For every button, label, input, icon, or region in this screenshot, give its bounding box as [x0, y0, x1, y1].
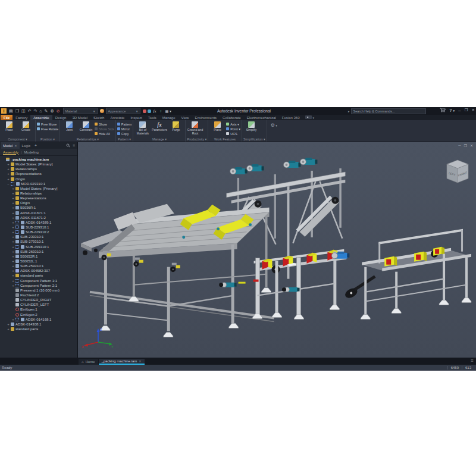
halt-icon[interactable]: ⊘	[57, 109, 60, 113]
ribbon-group-label-simplification[interactable]: Simplification ▾	[243, 137, 265, 142]
ribbon-group-label-component[interactable]: Component ▾	[1, 137, 34, 142]
tree-node-50036r-1[interactable]: +50036R:1	[0, 205, 77, 210]
tree-node-representations[interactable]: +Representations	[0, 196, 77, 201]
tree-node-model-states-primary[interactable]: +Model States: [Primary]	[0, 186, 77, 191]
tree-node-einf-gen-2[interactable]: Einfügen:2	[0, 312, 77, 317]
tree-node-500652l-1[interactable]: +500652L:1	[0, 259, 77, 264]
cart-icon[interactable]	[440, 108, 446, 112]
close-icon[interactable]: ✕	[139, 359, 141, 363]
ribbon-tab-environments[interactable]: Environments	[192, 115, 220, 120]
document-tab-packing-machine-iam[interactable]: _packing machine.iam✕	[99, 359, 145, 365]
doc-restore-button[interactable]: ❐	[464, 143, 467, 148]
ribbon-button-mirror[interactable]: Mirror	[117, 127, 132, 131]
ribbon-button-bill-of-materials[interactable]: Bill of Materials	[134, 120, 151, 137]
expander-icon[interactable]: +	[11, 206, 15, 209]
undo-icon[interactable]: ↶	[28, 109, 32, 113]
tree-node-model-states-primary[interactable]: +Model States: [Primary]	[0, 162, 77, 167]
expander-icon[interactable]: +	[11, 284, 15, 287]
panel-tab-logic[interactable]: Logic	[20, 142, 33, 149]
tree-node-component-pattern-1-1[interactable]: +Component Pattern 1:1	[0, 278, 77, 283]
tree-node-relationships[interactable]: +Relationships	[0, 191, 77, 196]
expander-icon[interactable]: +	[11, 318, 15, 321]
tree-node-adsk-004582-307[interactable]: +ADSK-004582:307	[0, 268, 77, 273]
ribbon-tab-fusion-360[interactable]: Fusion 360	[279, 115, 303, 120]
expander-icon[interactable]: +	[11, 192, 15, 195]
appearance-dropdown[interactable]: Appearance ▾	[106, 108, 140, 114]
expander-icon[interactable]: +	[11, 255, 15, 258]
hamburger-menu-icon[interactable]: ≡	[73, 143, 75, 148]
ribbon-tab-tools[interactable]: Tools	[145, 115, 159, 120]
chevron-down-icon[interactable]: ▾	[313, 116, 315, 120]
ribbon-button-free-rotate[interactable]: Free Rotate	[37, 127, 58, 131]
tree-node-adsk-011671-2[interactable]: +ADSK-011671:2	[0, 215, 77, 220]
tree-node-fluchtend-2[interactable]: Fluchtend:2	[0, 293, 77, 298]
ribbon-group-label-position[interactable]: Position ▾	[37, 137, 58, 142]
expander-icon[interactable]: +	[11, 279, 15, 283]
adjust-icon[interactable]	[143, 109, 146, 113]
tree-node-einf-gen-1[interactable]: Einfügen:1	[0, 307, 77, 312]
expander-icon[interactable]: +	[11, 235, 15, 239]
ribbon-button-copy[interactable]: Copy	[117, 131, 132, 136]
ribbon-button-free-move[interactable]: Free Move	[37, 122, 58, 126]
ribbon-group-label-pattern[interactable]: Pattern ▾	[117, 137, 132, 142]
tree-node-sub-269310-1[interactable]: +SUB-269310:1	[0, 249, 77, 254]
document-tab-home[interactable]: ⌂Home	[79, 359, 98, 365]
ilogic-icon[interactable]: ⚙	[50, 109, 54, 113]
ribbon-button-plane[interactable]: Plane	[209, 120, 226, 137]
tree-node-cylinder-right[interactable]: CYLINDER_RIGHT	[0, 298, 77, 302]
tree-node-500652r-1[interactable]: +500652R:1	[0, 254, 77, 259]
mode-tab-assembly[interactable]: Assembly	[3, 151, 18, 154]
restore-button[interactable]: ❐	[465, 108, 468, 112]
expander-icon[interactable]: −	[7, 182, 10, 186]
layers-icon[interactable]: ▦ ▾	[165, 109, 171, 113]
tree-node-standard-parts[interactable]: +standard parts	[0, 327, 77, 331]
doc-close-button[interactable]: ✕	[470, 143, 473, 148]
expander-icon[interactable]: +	[11, 226, 15, 229]
tree-node-sub-239310-1[interactable]: +SUB-239310:1	[0, 234, 77, 239]
expander-icon[interactable]: +	[11, 196, 15, 200]
ribbon-group-label-productivity[interactable]: Productivity ▾	[187, 137, 206, 142]
expander-icon[interactable]: +	[7, 162, 10, 166]
expander-icon[interactable]: +	[7, 177, 10, 181]
expander-icon[interactable]: +	[11, 269, 15, 273]
expander-icon[interactable]: +	[11, 240, 15, 243]
expander-icon[interactable]: +	[11, 274, 15, 277]
search-input[interactable]: Search Help & Commands...	[351, 108, 426, 114]
ribbon-tab-electromechanical[interactable]: Electromechanical	[244, 115, 279, 120]
ribbon-tab-view[interactable]: View	[178, 115, 192, 120]
ribbon-tab-factory[interactable]: Factory	[12, 115, 30, 120]
screencast-icon[interactable]	[305, 115, 312, 119]
tree-node-component-pattern-2-1[interactable]: +Component Pattern 2:1	[0, 283, 77, 288]
ribbon-group-label-manage[interactable]: Manage ▾	[134, 137, 184, 142]
expander-icon[interactable]: +	[11, 221, 15, 224]
ribbon-button-joint[interactable]: Joint	[61, 120, 77, 137]
ribbon-button-ucs[interactable]: UCS	[226, 131, 240, 136]
plus-icon[interactable]: ＋	[159, 108, 163, 114]
viewcube[interactable]: LEFT FRONT	[445, 159, 470, 187]
ribbon-tab-annotate[interactable]: Annotate	[107, 115, 127, 120]
ribbon-tab-inspect[interactable]: Inspect	[127, 115, 145, 120]
tree-node-sub-279310-1[interactable]: +SUB-279310:1	[0, 239, 77, 244]
minimize-button[interactable]: ─	[458, 108, 461, 112]
home-icon[interactable]: ⌂	[39, 109, 42, 113]
expander-icon[interactable]: +	[11, 211, 15, 215]
search-expand-icon[interactable]: ▸	[348, 109, 350, 113]
ribbon-group-label-work-features[interactable]: Work Features	[209, 137, 240, 142]
tree-node-sub-229310-1[interactable]: +SUB-229310:1	[0, 225, 77, 230]
expander-icon[interactable]: +	[11, 245, 15, 249]
ribbon-tab-3d-model[interactable]: 3D Model	[69, 115, 90, 120]
tree-node-packing-machine-iam[interactable]: _packing machine.iam	[0, 157, 77, 162]
expander-icon[interactable]: +	[7, 167, 10, 171]
expander-icon[interactable]: +	[11, 250, 15, 253]
tree-node-mod-029310-1[interactable]: −MOD-029310:1	[0, 181, 77, 186]
ribbon-button-show[interactable]: Show	[95, 122, 114, 126]
tree-node-origin[interactable]: +Origin	[0, 201, 77, 205]
ribbon-button-create[interactable]: Create	[18, 120, 34, 137]
tree-node-adsk-014168-1[interactable]: +ADSK-014168:1	[0, 317, 77, 322]
inventor-app-icon[interactable]: I	[1, 108, 7, 114]
ribbon-tab-file[interactable]: File	[1, 115, 12, 120]
expander-icon[interactable]: +	[11, 230, 15, 234]
expander-icon[interactable]: +	[11, 259, 15, 263]
tree-node-adsk-011671-1[interactable]: +ADSK-011671:1	[0, 211, 77, 215]
ribbon-button-hide-all[interactable]: Hide All	[95, 131, 114, 136]
